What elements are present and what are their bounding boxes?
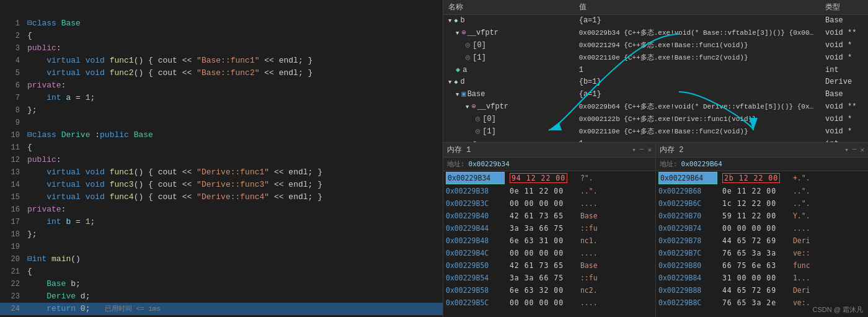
code-line: 17 int b = 1;: [0, 216, 443, 228]
code-line: 9: [0, 117, 443, 129]
mem-row: 0x00229B4C 00 00 00 00 ....: [443, 247, 655, 259]
code-line: 18 };: [0, 228, 443, 241]
memory-panel-2: 内存 2 ▾ ─ ✕ 地址: 0x00229B64 2b 12 22 00 +.…: [656, 143, 868, 317]
mem-row: 0x00229B78 44 65 72 69 Deri: [656, 234, 868, 247]
code-line-arrow: 24 return 0; 已用时间 <= 1ms: [0, 303, 443, 315]
mem-row: 0x00229B3C 00 00 00 00 ....: [443, 197, 655, 210]
watermark: CSDN @ 霜沐凡: [813, 305, 863, 315]
code-line: 16 private:: [0, 203, 443, 216]
watch-row-b-vfptr-0[interactable]: ◎[0] 0x00221294 {C++多态.exe!Base::func1(v…: [443, 39, 868, 51]
mem-row: 0x00229B6C 1c 12 22 00 ..".: [656, 197, 868, 210]
mem-row: 0x00229B38 0e 11 22 00 ..".: [443, 185, 655, 197]
mem-row: 0x00229B34 94 12 22 00 ?".: [443, 171, 655, 185]
mem-row: 0x00229B58 6e 63 32 00 nc2.: [443, 284, 655, 297]
code-line: 3 public:: [0, 42, 443, 55]
mem-row: 0x00229B44 3a 3a 66 75 ::fu: [443, 222, 655, 234]
memory1-header: 内存 1 ▾ ─ ✕: [443, 143, 655, 158]
code-line: 23 Derive d;: [0, 290, 443, 303]
watch-row-d-base-a[interactable]: ◆a 1 int: [443, 138, 868, 143]
memory2-header: 内存 2 ▾ ─ ✕: [656, 143, 868, 158]
mem-row: 0x00229B40 42 61 73 65 Base: [443, 210, 655, 222]
watch-row-d-base-vfptr[interactable]: ⊕__vfptr 0x00229b64 {C++多态.exe!void(* De…: [443, 100, 868, 113]
memory1-addr-bar: 地址:: [443, 158, 655, 171]
mem-row: 0x00229B48 6e 63 31 00 nc1.: [443, 234, 655, 247]
code-panel: 1 ⊟class Base 2 { 3 public: 4 virtual vo…: [0, 0, 443, 317]
code-line: 13 virtual void func1() { cout << "Deriv…: [0, 166, 443, 179]
memory2-addr-input[interactable]: [681, 160, 773, 168]
watch-row-b-vfptr[interactable]: ⊕__vfptr 0x00229b34 {C++多态.exe!void(* Ba…: [443, 27, 868, 39]
mem-row: 0x00229B74 00 00 00 00 ....: [656, 222, 868, 234]
mem-row: 0x00229B54 3a 3a 66 75 ::fu: [443, 272, 655, 284]
code-line: 19: [0, 241, 443, 253]
mem-addr-highlight[interactable]: 0x00229B34: [446, 172, 505, 184]
mem-row: 0x00229B68 0e 11 22 00 ..".: [656, 185, 868, 197]
memory2-addr-bar: 地址:: [656, 158, 868, 171]
code-line: 15 virtual void func4() { cout << "Deriv…: [0, 191, 443, 203]
watch-row-d-base[interactable]: ▣Base {a=1} Base: [443, 88, 868, 100]
right-panels: 名称 值 类型 ◆b {a=1} Base ⊕__vfptr 0x00229b3…: [443, 0, 868, 317]
code-line: 12 public:: [0, 154, 443, 166]
memory-row: 内存 1 ▾ ─ ✕ 地址: 0x00229B34 94 12 22 00 ?"…: [443, 143, 868, 317]
mem-row: 0x00229B70 59 11 22 00 Y.".: [656, 210, 868, 222]
code-line: 20 ⊟int main(): [0, 253, 443, 266]
mem-row: 0x00229B64 2b 12 22 00 +.".: [656, 171, 868, 185]
mem-row: 0x00229B50 42 61 73 65 Base: [443, 259, 655, 272]
memory1-addr-input[interactable]: [469, 160, 560, 168]
mem-row: 0x00229B5C 00 00 00 00 ....: [443, 297, 655, 309]
mem-row: 0x00229B7C 76 65 3a 3a ve::: [656, 247, 868, 259]
watch-row-b-vfptr-1[interactable]: ◎[1] 0x0022110e {C++多态.exe!Base::func2(v…: [443, 51, 868, 64]
col-type-header: 类型: [820, 0, 868, 15]
pin-icon[interactable]: ▾: [632, 146, 636, 154]
code-line: 6 private:: [0, 79, 443, 92]
code-line: 4 virtual void func1() { cout << "Base::…: [0, 55, 443, 67]
code-line: 21 {: [0, 266, 443, 278]
code-line: [0, 5, 443, 17]
watch-panel: 名称 值 类型 ◆b {a=1} Base ⊕__vfptr 0x00229b3…: [443, 0, 868, 143]
watch-row-d-base-vfptr-1[interactable]: ◎[1] 0x0022110e {C++多态.exe!Base::func2(v…: [443, 125, 868, 138]
code-line: 14 virtual void func3() { cout << "Deriv…: [0, 179, 443, 191]
code-line: 10 ⊟class Derive :public Base: [0, 129, 443, 141]
watch-row-b-a[interactable]: ◆a 1 int: [443, 64, 868, 76]
close-icon[interactable]: ✕: [860, 146, 864, 154]
memory2-content[interactable]: 0x00229B64 2b 12 22 00 +.". 0x00229B68 0…: [656, 171, 868, 317]
watch-row-d[interactable]: ◆d {b=1} Derive: [443, 76, 868, 88]
watch-row-d-base-vfptr-0[interactable]: ◎[0] 0x0002122b {C++多态.exe!Derive::func1…: [443, 113, 868, 125]
code-line: 1 ⊟class Base: [0, 17, 443, 30]
mem-row: 0x00229B84 31 00 00 00 1...: [656, 272, 868, 284]
memory-panel-1: 内存 1 ▾ ─ ✕ 地址: 0x00229B34 94 12 22 00 ?"…: [443, 143, 656, 317]
watch-row-b[interactable]: ◆b {a=1} Base: [443, 15, 868, 27]
watch-table: 名称 值 类型 ◆b {a=1} Base ⊕__vfptr 0x00229b3…: [443, 0, 868, 143]
code-line: 2 {: [0, 30, 443, 42]
code-line: 22 Base b;: [0, 278, 443, 290]
code-line: 7 int a = 1;: [0, 92, 443, 104]
col-name-header: 名称: [443, 0, 574, 15]
code-line: 5 virtual void func2() { cout << "Base::…: [0, 67, 443, 79]
mem-addr-highlight[interactable]: 0x00229B64: [658, 172, 717, 184]
pin-icon[interactable]: ▾: [844, 146, 849, 154]
code-line: 11 {: [0, 141, 443, 154]
close-icon[interactable]: ✕: [647, 146, 652, 154]
mem-row: 0x00229B88 44 65 72 69 Deri: [656, 284, 868, 297]
mem-row: 0x00229B80 66 75 6e 63 func: [656, 259, 868, 272]
code-line: 8 };: [0, 104, 443, 117]
minimize-icon[interactable]: ─: [852, 146, 857, 154]
col-value-header: 值: [574, 0, 820, 15]
memory1-content[interactable]: 0x00229B34 94 12 22 00 ?". 0x00229B38 0e…: [443, 171, 655, 317]
minimize-icon[interactable]: ─: [640, 146, 644, 154]
